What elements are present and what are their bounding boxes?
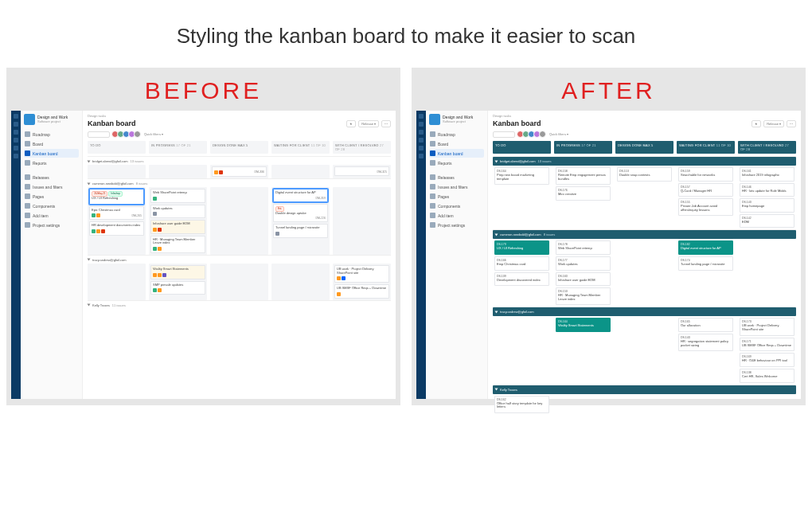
column-cell[interactable]: DS.173UB work · Project Delivery SharePo… — [738, 316, 796, 384]
rail-icon[interactable] — [14, 154, 18, 158]
breadcrumb[interactable]: Design tasks — [88, 114, 391, 118]
column-header[interactable]: Design Done Max 5 — [210, 141, 268, 154]
kanban-card[interactable]: Tunnel landing page / microsite — [273, 224, 328, 238]
column-cell[interactable] — [271, 264, 330, 300]
quick-filters[interactable]: Quick filters ▾ — [144, 132, 163, 136]
column-cell[interactable] — [210, 187, 268, 255]
nav-item[interactable]: Issues and filters — [429, 182, 484, 191]
kanban-card[interactable]: DS.161Infoshare 2019 infographic — [740, 167, 794, 182]
column-cell[interactable]: DS.158Remote Emp engagement presos bundl… — [554, 166, 612, 229]
nav-item[interactable]: Reports — [429, 158, 484, 167]
rail-icon[interactable] — [14, 138, 18, 143]
column-cell[interactable]: DS.182Digital event structure for APDS.1… — [677, 239, 735, 307]
more-button[interactable]: ⋯ — [787, 120, 796, 127]
kanban-card[interactable]: DS.178Web SharePoint retemp — [556, 240, 611, 255]
rail-icon[interactable] — [419, 154, 424, 158]
column-cell[interactable]: Vitality Smart StatementsSMP presale upd… — [149, 264, 207, 300]
kanban-card[interactable]: SMP presale updates — [150, 281, 205, 295]
assignee-filter[interactable] — [518, 131, 546, 138]
project-header[interactable]: Design and WorkSoftware project — [429, 114, 484, 125]
kanban-card[interactable]: DM-325 — [334, 166, 389, 176]
kanban-card[interactable]: DS.169HR · O&E behaviour on PPI tool — [740, 353, 794, 367]
column-cell[interactable]: DS.164Vitality Smart Statements — [554, 316, 612, 384]
kanban-card[interactable]: DS.174Tunnel landing page / microsite — [678, 256, 733, 271]
column-header[interactable]: Waiting for client 11 of 10 — [677, 141, 735, 154]
kanban-card[interactable]: DS.166Emp Christmas card — [494, 256, 549, 271]
nav-item[interactable]: Kanban board — [24, 149, 79, 158]
release-button[interactable]: Release ▾ — [358, 120, 379, 127]
column-cell[interactable] — [333, 187, 391, 255]
column-cell[interactable]: DS.179UX / UI RefreshingDS.166Emp Christ… — [493, 239, 551, 307]
kanban-card[interactable]: Infoshare user guide EDM — [150, 220, 205, 234]
nav-item[interactable]: Add item — [429, 211, 484, 220]
star-button[interactable]: ★ — [751, 120, 761, 127]
rail-icon[interactable] — [14, 114, 18, 119]
column-cell[interactable]: DS.161Infoshare 2019 infographicDS.146HR… — [738, 166, 796, 229]
rail-icon[interactable] — [419, 114, 424, 119]
column-header[interactable]: With client / resolved 27 of 28 — [333, 141, 391, 154]
column-cell[interactable] — [677, 394, 735, 415]
swimlane-header[interactable]: Kelly Troxes — [493, 385, 796, 394]
nav-item[interactable]: Reports — [24, 158, 79, 167]
column-cell[interactable] — [615, 239, 673, 307]
column-cell[interactable]: Web SharePoint retempWork updatesInfosha… — [149, 187, 207, 255]
rail-icon[interactable] — [419, 130, 424, 135]
nav-item[interactable]: Project settings — [24, 221, 79, 229]
kanban-card[interactable]: DS.139Development discovered index — [494, 272, 549, 287]
kanban-card[interactable]: DS.164Prep new board marketing template — [494, 167, 549, 185]
column-cell[interactable]: DS.113Double snap contests — [615, 166, 673, 229]
star-button[interactable]: ★ — [346, 120, 356, 127]
kanban-card[interactable]: DS.140HR · segregation statement policy … — [678, 334, 733, 351]
nav-item[interactable]: Pages — [429, 192, 484, 201]
swimlane-header[interactable]: bridget.abend@gfoil.com 13 issues — [88, 157, 391, 165]
swimlane-header[interactable]: bridget.abend@gfoil.com 13 issues — [493, 157, 796, 166]
column-cell[interactable] — [88, 165, 146, 178]
rail-icon[interactable] — [14, 146, 18, 150]
nav-item[interactable]: Issues and filters — [24, 182, 79, 191]
column-cell[interactable]: 24-May-21InfoshopUX / UI RefreshingEpic … — [88, 187, 146, 255]
nav-item[interactable]: Components — [429, 201, 484, 210]
kanban-card[interactable]: DS.176Miro creative — [556, 186, 611, 201]
swimlane-header[interactable]: Kelly Troxes 11 issues — [88, 301, 391, 309]
column-header[interactable]: Waiting for client 11 of 10 — [271, 141, 330, 154]
swimlane-header[interactable]: cameron.newbold@gfoil.com 8 issues — [493, 230, 796, 239]
column-cell[interactable]: DS.164Prep new board marketing template — [493, 166, 551, 229]
column-cell[interactable] — [149, 165, 207, 178]
search-input[interactable] — [493, 131, 515, 138]
kanban-card[interactable]: DM-336 — [212, 166, 267, 177]
kanban-card[interactable]: DS.143Emp homepage — [740, 198, 794, 213]
breadcrumb[interactable]: Design tasks — [493, 114, 796, 118]
rail-icon[interactable] — [419, 146, 424, 150]
column-header[interactable]: Design Done Max 5 — [615, 141, 673, 154]
column-header[interactable]: With client / resolved 27 of 28 — [738, 141, 796, 154]
nav-item[interactable]: Roadmap — [24, 130, 79, 139]
kanban-card[interactable]: DS.138Cert HR, Sales Welcome — [740, 369, 794, 383]
column-cell[interactable] — [554, 394, 612, 415]
kanban-card[interactable]: DS.162Office half story template for key… — [494, 396, 549, 413]
kanban-card[interactable]: DS.164Vitality Smart Statements — [556, 318, 611, 332]
search-input[interactable] — [88, 131, 110, 138]
nav-item[interactable]: Components — [24, 201, 79, 210]
rail-icon[interactable] — [14, 122, 18, 127]
column-cell[interactable]: DM-336 — [210, 165, 268, 178]
kanban-card[interactable]: UB SMSF Office Reqs + Downtime — [334, 284, 389, 299]
kanban-card[interactable]: DS.113Double snap contests — [617, 167, 672, 182]
kanban-card[interactable]: DS.146HR · lots update for Role Molds — [740, 183, 794, 197]
nav-item[interactable]: Project settings — [429, 221, 484, 229]
column-cell[interactable] — [493, 316, 551, 384]
nav-item[interactable]: Board — [24, 139, 79, 148]
swimlane-header[interactable]: tracy.andrew@gfoil.com — [88, 256, 391, 264]
column-header[interactable]: To Do — [493, 141, 551, 154]
column-cell[interactable] — [210, 264, 268, 300]
kanban-card[interactable]: DS.182Digital event structure for AP — [678, 240, 733, 255]
column-cell[interactable]: DS.159Searchable for networksDS.157Q-Car… — [677, 166, 735, 229]
swimlane-header[interactable]: tracy.andrew@gfoil.com — [493, 307, 796, 316]
column-cell[interactable]: UB work · Project Delivery SharePoint si… — [333, 264, 391, 300]
kanban-card[interactable]: DS.165Our allocation — [678, 318, 733, 332]
kanban-card[interactable]: DS.171UB SMSF Office Reqs + Downtime — [740, 338, 794, 352]
kanban-card[interactable]: Digital event structure for APDM-359 — [273, 189, 328, 202]
kanban-card[interactable]: DS.142EDM — [740, 214, 794, 229]
column-cell[interactable] — [271, 165, 330, 178]
kanban-card[interactable]: DS.159Searchable for networks — [678, 167, 733, 182]
kanban-card[interactable]: DS.158Remote Emp engagement presos bundl… — [556, 167, 611, 185]
